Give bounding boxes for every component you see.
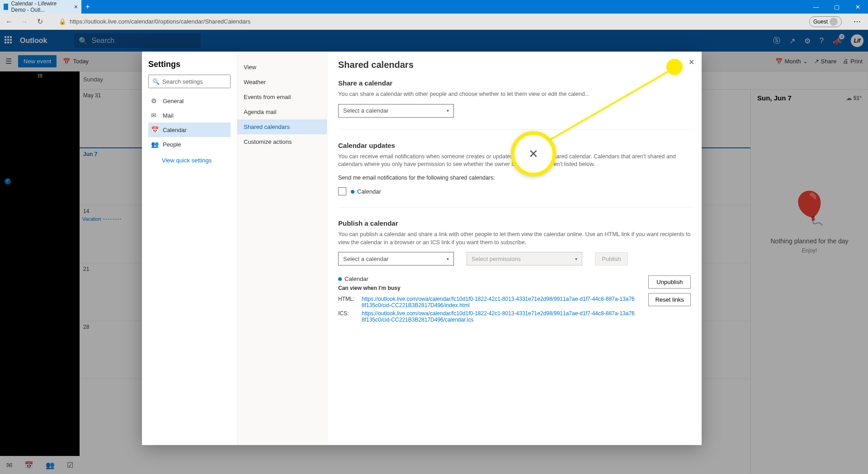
unpublish-button[interactable]: Unpublish bbox=[648, 275, 691, 289]
tab-favicon bbox=[4, 4, 8, 10]
nav-icon: ✉ bbox=[151, 112, 158, 119]
nav-icon: ⚙ bbox=[151, 97, 158, 104]
settings-title: Settings bbox=[148, 60, 231, 69]
settings-content: ✕ Shared calendars Share a calendar You … bbox=[327, 52, 702, 445]
publish-permissions-select: Select permissions▾ bbox=[467, 252, 582, 265]
browser-address-bar: ← → ↻ 🔒 https://outlook.live.com/calenda… bbox=[0, 14, 868, 30]
ics-link[interactable]: https://outlook.live.com/owa/calendar/fc… bbox=[362, 310, 635, 323]
nav-icon: 📅 bbox=[151, 126, 158, 133]
settings-search-input[interactable]: 🔍 Search settings bbox=[148, 75, 231, 88]
settings-subnav-item[interactable]: Customize actions bbox=[237, 134, 327, 149]
browser-tab[interactable]: Calendar - Lifewire Demo - Outl... × bbox=[0, 0, 81, 14]
browser-titlebar: Calendar - Lifewire Demo - Outl... × + —… bbox=[0, 0, 868, 14]
lock-icon: 🔒 bbox=[59, 18, 66, 25]
view-quick-settings-link[interactable]: View quick settings bbox=[148, 157, 231, 164]
profile-button[interactable]: Guest bbox=[809, 16, 842, 27]
back-button[interactable]: ← bbox=[4, 18, 14, 26]
annotation-highlight-dot bbox=[666, 59, 683, 75]
reset-links-button[interactable]: Reset links bbox=[648, 293, 691, 306]
chevron-down-icon: ▾ bbox=[575, 256, 577, 261]
browser-menu-button[interactable]: ⋯ bbox=[850, 17, 864, 26]
refresh-button[interactable]: ↻ bbox=[34, 17, 45, 26]
calendar-color-dot bbox=[338, 277, 342, 281]
window-maximize-icon[interactable]: ▢ bbox=[826, 4, 847, 10]
window-minimize-icon[interactable]: — bbox=[806, 4, 826, 10]
annotation-circle: ✕ bbox=[511, 131, 556, 176]
tab-title: Calendar - Lifewire Demo - Outl... bbox=[11, 0, 71, 13]
settings-nav-item[interactable]: ⚙General bbox=[148, 94, 231, 108]
settings-nav-primary: Settings 🔍 Search settings ⚙General✉Mail… bbox=[142, 52, 237, 445]
close-icon[interactable]: ✕ bbox=[689, 58, 694, 66]
settings-modal: Settings 🔍 Search settings ⚙General✉Mail… bbox=[142, 52, 702, 445]
url-field[interactable]: 🔒 https://outlook.live.com/calendar/0/op… bbox=[50, 18, 805, 25]
chevron-down-icon: ▾ bbox=[447, 256, 449, 261]
publish-button: Publish bbox=[595, 252, 628, 265]
settings-subnav-item[interactable]: View bbox=[237, 60, 327, 75]
url-text: https://outlook.live.com/calendar/0/opti… bbox=[70, 18, 250, 25]
calendar-color-dot bbox=[351, 190, 354, 194]
settings-nav-item[interactable]: ✉Mail bbox=[148, 108, 231, 123]
guest-avatar-icon bbox=[830, 18, 838, 26]
html-link[interactable]: https://outlook.live.com/owa/calendar/fc… bbox=[362, 296, 635, 308]
page-title: Shared calendars bbox=[338, 60, 691, 70]
chevron-down-icon: ▾ bbox=[447, 108, 449, 113]
settings-nav-item[interactable]: 👥People bbox=[148, 137, 231, 152]
publish-calendar-select[interactable]: Select a calendar▾ bbox=[338, 252, 454, 265]
settings-subnav-item[interactable]: Agenda mail bbox=[237, 104, 327, 119]
settings-subnav-item[interactable]: Shared calendars bbox=[237, 119, 327, 134]
new-tab-button[interactable]: + bbox=[81, 3, 94, 11]
settings-nav-item[interactable]: 📅Calendar bbox=[148, 123, 231, 137]
settings-subnav-item[interactable]: Weather bbox=[237, 75, 327, 90]
forward-button[interactable]: → bbox=[19, 18, 30, 26]
window-close-icon[interactable]: ✕ bbox=[847, 4, 868, 10]
search-icon: 🔍 bbox=[152, 78, 160, 85]
share-calendar-select[interactable]: Select a calendar▾ bbox=[338, 104, 454, 118]
settings-subnav-item[interactable]: Events from email bbox=[237, 90, 327, 104]
nav-icon: 👥 bbox=[151, 141, 158, 148]
settings-nav-secondary: ViewWeatherEvents from emailAgenda mailS… bbox=[237, 52, 327, 445]
calendar-updates-checkbox[interactable] bbox=[338, 187, 346, 195]
tab-close-icon[interactable]: × bbox=[74, 3, 78, 10]
